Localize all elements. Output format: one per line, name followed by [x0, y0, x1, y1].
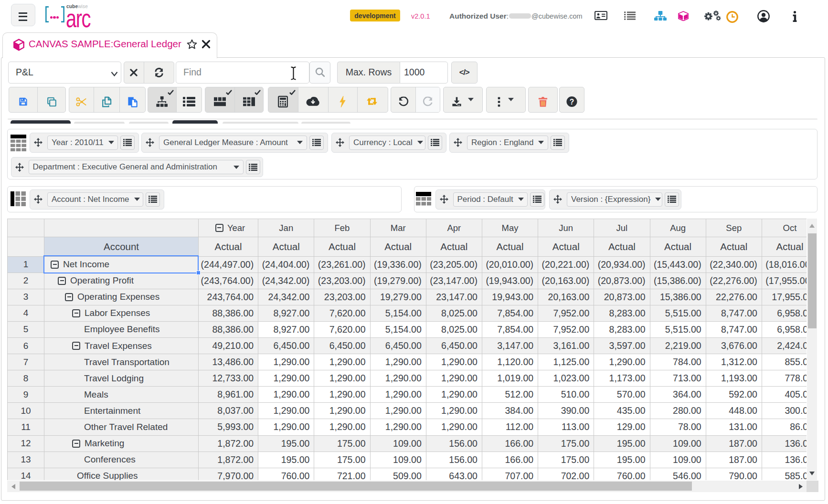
svg-text:?: ? [570, 98, 574, 106]
